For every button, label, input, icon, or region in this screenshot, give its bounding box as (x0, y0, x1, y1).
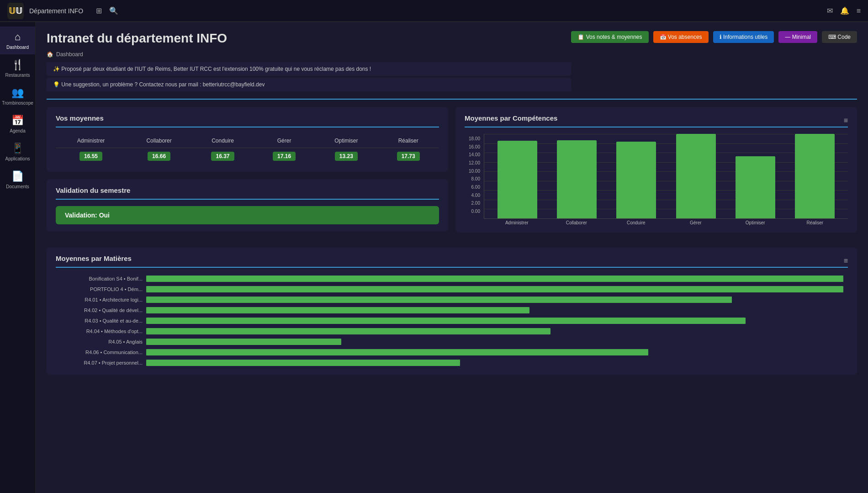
sidebar-item-restaurants[interactable]: 🍴 Restaurants (0, 54, 35, 82)
grid-icon[interactable]: ⊞ (96, 6, 102, 15)
matiere-row-r405: R4.05 • Anglais (60, 337, 843, 346)
x-label-conduire: Conduire (608, 219, 665, 225)
users-icon: 👥 (11, 87, 24, 99)
card-divider-2 (56, 199, 439, 200)
matiere-row-portfolio: PORTFOLIO 4 • Dém... (60, 285, 843, 294)
card-divider-4 (56, 267, 848, 268)
search-icon[interactable]: 🔍 (109, 6, 118, 15)
sidebar-label-documents: Documents (6, 184, 29, 189)
x-label-realiser: Réaliser (787, 219, 844, 225)
home-icon: ⌂ (15, 31, 21, 43)
x-label-gerer: Gérer (667, 219, 725, 225)
y-label-0: 0.00 (471, 209, 480, 214)
vos-moyennes-card: Vos moyennes Administrer Collaborer Cond… (47, 107, 448, 172)
sidebar-item-applications[interactable]: 📱 Applications (0, 138, 35, 166)
sidebar-label-applications: Applications (5, 156, 30, 161)
y-label-6: 6.00 (471, 185, 480, 190)
mail-icon[interactable]: ✉ (827, 6, 833, 15)
grade-optimiser: 13.23 (335, 152, 358, 161)
col-collaborer: Collaborer (126, 134, 192, 148)
competences-chart: 18.00 16.00 14.00 12.00 10.00 8.00 6.00 … (465, 134, 848, 225)
topnav: 𝕌 𝕌 Département INFO ⊞ 🔍 ✉ 🔔 ≡ (0, 0, 868, 22)
bars-row (484, 134, 848, 218)
info-box-1: ✨ Proposé par deux étudiant de l'IUT de … (47, 62, 571, 76)
x-label-collaborer: Collaborer (548, 219, 605, 225)
bell-icon[interactable]: 🔔 (840, 6, 849, 15)
sidebar-item-agenda[interactable]: 📅 Agenda (0, 110, 35, 138)
competences-menu-icon[interactable]: ≡ (844, 117, 848, 125)
bar-collaborer (557, 140, 597, 218)
logo-icon2: 𝕌 (16, 6, 22, 16)
col-gerer: Gérer (254, 134, 315, 148)
matiere-label-r405: R4.05 • Anglais (60, 339, 143, 345)
validation-title: Validation du semestre (56, 186, 439, 194)
x-label-optimiser: Optimiser (727, 219, 784, 225)
validation-card: Validation du semestre Validation: Oui (47, 179, 448, 232)
bar-conduire (616, 142, 656, 218)
matieres-card: Moyennes par Matières ≡ Bonification S4 … (47, 247, 857, 375)
hamburger-menu-icon[interactable]: ≡ (857, 7, 861, 15)
matieres-menu-icon[interactable]: ≡ (844, 257, 848, 265)
y-label-14: 14.00 (469, 152, 480, 157)
card-divider-3 (465, 127, 848, 127)
col-optimiser: Optimiser (315, 134, 377, 148)
validation-text: Validation: Oui (65, 212, 110, 219)
bar-administrer-col (489, 134, 545, 218)
col-realiser: Réaliser (377, 134, 439, 148)
absences-button[interactable]: 📅 Vos absences (653, 31, 709, 43)
bar-gerer (676, 134, 716, 218)
x-labels: Administrer Collaborer Conduire Gérer Op… (484, 219, 848, 225)
matiere-bar-container-portfolio (146, 286, 843, 292)
topnav-right: ✉ 🔔 ≡ (827, 6, 861, 15)
breadcrumb: 🏠 Dashboard (47, 51, 571, 58)
vos-moyennes-title: Vos moyennes (56, 114, 439, 122)
y-axis: 18.00 16.00 14.00 12.00 10.00 8.00 6.00 … (465, 136, 484, 214)
matiere-row-r407: R4.07 • Projet personnel... (60, 358, 843, 367)
notes-button[interactable]: 📋 Vos notes & moyennes (571, 31, 648, 43)
matiere-bar-r403 (146, 318, 746, 324)
grade-gerer: 17.16 (273, 152, 296, 161)
matiere-label-bonification: Bonification S4 • Bonif... (60, 276, 143, 281)
matiere-row-r401: R4.01 • Architecture logi... (60, 295, 843, 304)
y-label-8: 8.00 (471, 176, 480, 181)
y-label-12: 12.00 (469, 160, 480, 165)
breadcrumb-home-icon: 🏠 (47, 51, 53, 58)
minimal-button[interactable]: — Minimal (778, 31, 817, 43)
matiere-label-r406: R4.06 • Communication... (60, 350, 143, 355)
matiere-row-r406: R4.06 • Communication... (60, 348, 843, 357)
sidebar-item-trombinoscope[interactable]: 👥 Trombi­noscope (0, 82, 35, 110)
matiere-bar-container-r404 (146, 328, 843, 334)
page-title: Intranet du département INFO (47, 31, 571, 46)
matiere-bar-r405 (146, 339, 341, 345)
matiere-label-r407: R4.07 • Projet personnel... (60, 360, 143, 366)
sidebar-item-documents[interactable]: 📄 Documents (0, 166, 35, 194)
sidebar-item-dashboard[interactable]: ⌂ Dashboard (0, 27, 35, 54)
matiere-bar-r407 (146, 360, 460, 366)
y-label-16: 16.00 (469, 144, 480, 149)
sidebar-label-restaurants: Restaurants (5, 73, 30, 78)
matiere-bar-container-r406 (146, 349, 843, 355)
left-column: Vos moyennes Administrer Collaborer Cond… (47, 107, 448, 240)
main-layout: ⌂ Dashboard 🍴 Restaurants 👥 Trombi­nosco… (0, 22, 868, 493)
info-box-2: 💡 Une suggestion, un problème ? Contacte… (47, 78, 571, 91)
logo-icon: 𝕌 (9, 6, 16, 16)
grade-conduire: 16.37 (211, 152, 234, 161)
matiere-bar-bonification (146, 276, 843, 282)
matiere-bar-container-r403 (146, 318, 843, 324)
info-text-1: ✨ Proposé par deux étudiant de l'IUT de … (53, 66, 371, 72)
grade-realiser: 17.73 (397, 152, 420, 161)
matiere-bar-container-r401 (146, 297, 843, 303)
col-conduire: Conduire (192, 134, 254, 148)
code-button[interactable]: ⌨ Code (822, 31, 857, 43)
sidebar: ⌂ Dashboard 🍴 Restaurants 👥 Trombi­nosco… (0, 22, 36, 493)
bar-collaborer-col (548, 134, 605, 218)
matiere-bar-r406 (146, 349, 648, 355)
bar-gerer-col (667, 134, 724, 218)
grade-administrer: 16.55 (79, 152, 102, 161)
info-button[interactable]: ℹ Informations utiles (713, 31, 774, 43)
action-buttons: 📋 Vos notes & moyennes 📅 Vos absences ℹ … (571, 31, 857, 43)
matiere-bar-container-r405 (146, 339, 843, 345)
bar-optimiser-col (727, 134, 783, 218)
matiere-bar-r401 (146, 297, 732, 303)
matiere-bar-container-bonification (146, 276, 843, 282)
